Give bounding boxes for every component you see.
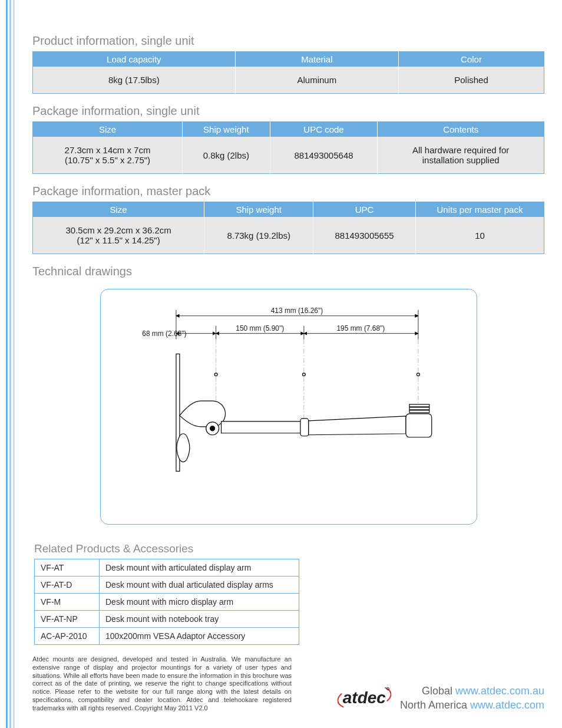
na-url[interactable]: www.atdec.com	[470, 699, 544, 711]
th-ship-weight: Ship weight	[183, 122, 270, 137]
contact-block: Global www.atdec.com.au North America ww…	[400, 684, 544, 713]
contact-global: Global www.atdec.com.au	[400, 684, 544, 698]
related-row: VF-AT Desk mount with articulated displa…	[35, 559, 299, 577]
spec-sheet-page: Product information, single unit Load ca…	[0, 0, 562, 728]
contents-line1: All hardware required for	[382, 145, 539, 155]
related-desc: Desk mount with articulated display arm	[100, 559, 299, 577]
logo-text: atdec	[343, 689, 386, 707]
td-contents: All hardware required for installation s…	[378, 137, 544, 174]
svg-rect-14	[300, 419, 308, 436]
dim-seg2: 150 mm (5.90")	[236, 324, 284, 332]
related-desc: Desk mount with dual articulated display…	[100, 577, 299, 594]
na-label: North America	[400, 699, 467, 711]
size-line1: 27.3cm x 14cm x 7cm	[38, 145, 177, 155]
drawing-svg: 413 mm (16.26") 68 mm (2.68") 150 mm (5.…	[101, 289, 477, 524]
th-size: Size	[33, 122, 183, 137]
technical-drawing: 413 mm (16.26") 68 mm (2.68") 150 mm (5.…	[100, 289, 477, 525]
table-package-master: Size Ship weight UPC Units per master pa…	[32, 202, 544, 254]
td-ship-weight: 0.8kg (2lbs)	[183, 137, 270, 174]
global-label: Global	[422, 685, 452, 697]
related-row: VF-M Desk mount with micro display arm	[35, 594, 299, 611]
th-material: Material	[235, 52, 398, 67]
svg-point-13	[210, 426, 214, 431]
section-title-related: Related Products & Accessories	[34, 542, 544, 555]
atdec-logo: atdec	[340, 689, 388, 707]
td-color: Polished	[398, 67, 544, 94]
section-title-drawings: Technical drawings	[32, 265, 544, 278]
td-units-m: 10	[415, 217, 544, 254]
th-upc-m: UPC	[313, 202, 416, 218]
td-load-capacity: 8kg (17.5lbs)	[33, 67, 236, 94]
related-code: VF-AT	[35, 559, 100, 577]
table-package-single: Size Ship weight UPC code Contents 27.3c…	[32, 121, 544, 174]
footer-right: atdec Global www.atdec.com.au North Amer…	[309, 684, 544, 713]
logo-reg-mark-icon	[386, 687, 389, 690]
size-m-line2: (12" x 11.5" x 14.25")	[38, 235, 199, 245]
dim-seg1: 68 mm (2.68")	[142, 330, 186, 338]
related-row: VF-AT-D Desk mount with dual articulated…	[35, 577, 299, 594]
td-ship-weight-m: 8.73kg (19.2lbs)	[204, 217, 313, 254]
footer: Atdec mounts are designed, developed and…	[32, 655, 544, 712]
svg-rect-18	[409, 410, 429, 413]
th-units: Units per master pack	[415, 202, 544, 218]
th-size-m: Size	[33, 202, 204, 218]
size-m-line1: 30.5cm x 29.2cm x 36.2cm	[38, 225, 199, 235]
svg-rect-17	[409, 407, 429, 410]
related-code: VF-M	[35, 594, 100, 611]
related-row: VF-AT-NP Desk mount with notebook tray	[35, 611, 299, 628]
dim-total: 413 mm (16.26")	[270, 307, 323, 315]
global-url[interactable]: www.atdec.com.au	[455, 685, 544, 697]
td-size-m: 30.5cm x 29.2cm x 36.2cm (12" x 11.5" x …	[33, 217, 204, 254]
related-desc: 100x200mm VESA Adaptor Accessory	[100, 628, 299, 645]
th-ship-weight-m: Ship weight	[204, 202, 313, 218]
table-related: VF-AT Desk mount with articulated displa…	[34, 559, 299, 645]
td-size: 27.3cm x 14cm x 7cm (10.75" x 5.5" x 2.7…	[33, 137, 183, 174]
related-desc: Desk mount with micro display arm	[100, 594, 299, 611]
section-title-package-master: Package information, master pack	[32, 185, 544, 198]
table-product-single: Load capacity Material Color 8kg (17.5lb…	[32, 51, 544, 94]
svg-rect-16	[409, 404, 429, 407]
dim-seg3: 195 mm (7.68")	[336, 324, 385, 332]
size-line2: (10.75" x 5.5" x 2.75")	[38, 155, 177, 165]
contents-line2: installation supplied	[382, 155, 539, 165]
section-title-product-single: Product information, single unit	[32, 34, 544, 48]
svg-rect-15	[406, 414, 432, 437]
th-color: Color	[398, 52, 544, 67]
contact-na: North America www.atdec.com	[400, 698, 544, 712]
section-title-package-single: Package information, single unit	[32, 104, 544, 118]
related-desc: Desk mount with notebook tray	[100, 611, 299, 628]
th-contents: Contents	[378, 122, 544, 137]
th-load-capacity: Load capacity	[33, 52, 236, 67]
related-code: VF-AT-NP	[35, 611, 100, 628]
disclaimer-text: Atdec mounts are designed, developed and…	[32, 655, 292, 712]
td-upc: 881493005648	[270, 137, 378, 174]
th-upc-code: UPC code	[270, 122, 378, 137]
td-upc-m: 881493005655	[313, 217, 416, 254]
related-code: AC-AP-2010	[35, 628, 100, 645]
related-code: VF-AT-D	[35, 577, 100, 594]
td-material: Aluminum	[235, 67, 398, 94]
related-row: AC-AP-2010 100x200mm VESA Adaptor Access…	[35, 628, 299, 645]
